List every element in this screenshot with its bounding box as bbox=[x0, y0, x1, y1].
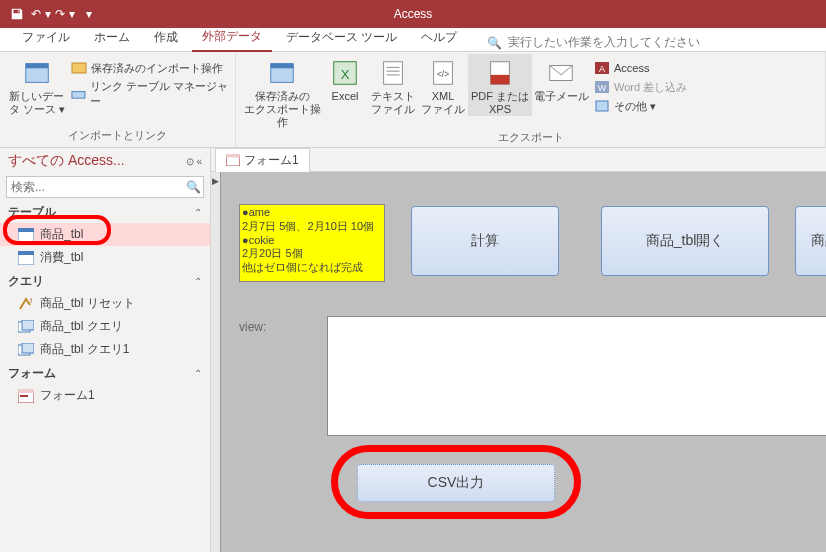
svg-rect-25 bbox=[18, 251, 34, 255]
svg-rect-28 bbox=[22, 320, 34, 330]
redo-icon[interactable]: ↷ ▾ bbox=[54, 3, 76, 25]
access-icon: A bbox=[594, 60, 610, 76]
tab-home[interactable]: ホーム bbox=[84, 25, 140, 51]
view-label: view: bbox=[239, 320, 266, 334]
export-other-button[interactable]: その他 ▾ bbox=[594, 98, 687, 114]
svg-rect-2 bbox=[72, 63, 86, 73]
nav-item-form-1[interactable]: フォーム1 bbox=[0, 384, 210, 407]
excel-icon: X bbox=[330, 58, 360, 88]
other-export-icon bbox=[594, 98, 610, 114]
nav-section-tables[interactable]: テーブル⌃ bbox=[0, 200, 210, 223]
open-table-button[interactable]: 商品_tbl開く bbox=[601, 206, 769, 276]
linked-table-manager-button[interactable]: リンク テーブル マネージャー bbox=[71, 79, 229, 109]
svg-text:X: X bbox=[341, 67, 350, 82]
saved-exports-button[interactable]: 保存済みの エクスポート操作 bbox=[242, 54, 322, 130]
nav-section-forms[interactable]: フォーム⌃ bbox=[0, 361, 210, 384]
tell-me-hint: 実行したい作業を入力してください bbox=[508, 34, 700, 51]
chevron-down-icon: ⊙ « bbox=[186, 156, 202, 167]
nav-item-query-2[interactable]: 商品_tbl クエリ bbox=[0, 315, 210, 338]
svg-rect-21 bbox=[596, 101, 608, 111]
tab-external-data[interactable]: 外部データ bbox=[192, 24, 272, 52]
nav-item-table-1[interactable]: 商品_tbl bbox=[0, 223, 210, 246]
export-access-button[interactable]: A Access bbox=[594, 60, 687, 76]
undo-icon[interactable]: ↶ ▾ bbox=[30, 3, 52, 25]
pdf-icon bbox=[485, 58, 515, 88]
svg-rect-5 bbox=[271, 64, 294, 69]
csv-export-button[interactable]: CSV出力 bbox=[357, 464, 555, 502]
ribbon-group-export: 保存済みの エクスポート操作 X Excel テキスト ファイル </> XML… bbox=[236, 52, 826, 147]
saved-imports-icon bbox=[71, 60, 87, 76]
select-query-icon bbox=[18, 343, 34, 357]
svg-rect-23 bbox=[18, 228, 34, 232]
nav-item-table-2[interactable]: 消費_tbl bbox=[0, 246, 210, 269]
doc-tab-form1[interactable]: フォーム1 bbox=[215, 148, 310, 172]
app-title: Access bbox=[394, 7, 433, 21]
export-xml-button[interactable]: </> XML ファイル bbox=[418, 54, 468, 116]
collapse-icon: ⌃ bbox=[194, 368, 202, 379]
link-icon bbox=[71, 86, 86, 102]
nav-search-input[interactable] bbox=[7, 177, 183, 197]
table-icon bbox=[18, 251, 34, 265]
svg-text:W: W bbox=[598, 83, 607, 93]
form-surface: ●ame 2月7日 5個、2月10日 10個 ●cokie 2月20日 5個 他… bbox=[221, 172, 826, 552]
collapse-icon: ⌃ bbox=[194, 207, 202, 218]
qat-customize-icon[interactable]: ▾ bbox=[78, 3, 100, 25]
document-area: フォーム1 ▶ ●ame 2月7日 5個、2月10日 10個 ●cokie 2月… bbox=[211, 148, 826, 552]
note-label: ●ame 2月7日 5個、2月10日 10個 ●cokie 2月20日 5個 他… bbox=[239, 204, 385, 282]
saved-exports-icon bbox=[267, 58, 297, 88]
nav-pane-header[interactable]: すべての Access... ⊙ « bbox=[0, 148, 210, 174]
workspace: すべての Access... ⊙ « 🔍 テーブル⌃ 商品_tbl 消費_tbl… bbox=[0, 148, 826, 552]
tab-help[interactable]: ヘルプ bbox=[411, 25, 467, 51]
email-icon bbox=[546, 58, 576, 88]
export-text-button[interactable]: テキスト ファイル bbox=[368, 54, 418, 116]
quick-access-toolbar: ↶ ▾ ↷ ▾ ▾ bbox=[0, 3, 100, 25]
svg-text:!: ! bbox=[30, 297, 32, 305]
export-word-button: W Word 差し込み bbox=[594, 79, 687, 95]
tab-file[interactable]: ファイル bbox=[12, 25, 80, 51]
navigation-pane: すべての Access... ⊙ « 🔍 テーブル⌃ 商品_tbl 消費_tbl… bbox=[0, 148, 211, 552]
record-selector[interactable]: ▶ bbox=[211, 172, 221, 552]
tab-create[interactable]: 作成 bbox=[144, 25, 188, 51]
ribbon-group-import: 新しいデー タ ソース ▾ 保存済みのインポート操作 リンク テーブル マネージ… bbox=[0, 52, 236, 147]
svg-rect-3 bbox=[72, 91, 85, 98]
search-icon: 🔍 bbox=[487, 36, 502, 50]
action-query-icon: ! bbox=[18, 297, 34, 311]
svg-text:A: A bbox=[599, 64, 605, 74]
svg-rect-8 bbox=[384, 62, 403, 85]
saved-imports-button[interactable]: 保存済みのインポート操作 bbox=[71, 60, 229, 76]
calc-button[interactable]: 計算 bbox=[411, 206, 559, 276]
view-textbox[interactable] bbox=[327, 316, 826, 436]
nav-search[interactable]: 🔍 bbox=[6, 176, 204, 198]
tab-db-tools[interactable]: データベース ツール bbox=[276, 25, 407, 51]
svg-rect-30 bbox=[22, 343, 34, 353]
nav-item-query-1[interactable]: ! 商品_tbl リセット bbox=[0, 292, 210, 315]
svg-rect-35 bbox=[226, 154, 240, 157]
export-pdf-button[interactable]: PDF または XPS bbox=[468, 54, 532, 116]
tell-me-search[interactable]: 🔍 実行したい作業を入力してください bbox=[487, 34, 700, 51]
text-file-icon bbox=[378, 58, 408, 88]
ribbon-tabs: ファイル ホーム 作成 外部データ データベース ツール ヘルプ 🔍 実行したい… bbox=[0, 28, 826, 52]
new-data-source-button[interactable]: 新しいデー タ ソース ▾ bbox=[6, 54, 67, 116]
product-button[interactable]: 商品 bbox=[795, 206, 826, 276]
document-tabs: フォーム1 bbox=[211, 148, 826, 172]
search-icon[interactable]: 🔍 bbox=[183, 180, 203, 194]
form-icon bbox=[226, 154, 240, 166]
xml-file-icon: </> bbox=[428, 58, 458, 88]
word-icon: W bbox=[594, 79, 610, 95]
table-icon bbox=[18, 228, 34, 242]
svg-rect-1 bbox=[25, 64, 48, 69]
database-icon bbox=[22, 58, 52, 88]
save-icon[interactable] bbox=[6, 3, 28, 25]
svg-rect-33 bbox=[20, 395, 28, 397]
svg-text:</>: </> bbox=[437, 69, 449, 79]
collapse-icon: ⌃ bbox=[194, 276, 202, 287]
title-bar: ↶ ▾ ↷ ▾ ▾ Access bbox=[0, 0, 826, 28]
export-excel-button[interactable]: X Excel bbox=[322, 54, 368, 103]
svg-rect-32 bbox=[18, 389, 34, 393]
nav-section-queries[interactable]: クエリ⌃ bbox=[0, 269, 210, 292]
export-email-button[interactable]: 電子メール bbox=[532, 54, 590, 103]
nav-item-query-3[interactable]: 商品_tbl クエリ1 bbox=[0, 338, 210, 361]
form-icon bbox=[18, 389, 34, 403]
ribbon: 新しいデー タ ソース ▾ 保存済みのインポート操作 リンク テーブル マネージ… bbox=[0, 52, 826, 148]
ribbon-group-label: エクスポート bbox=[242, 130, 819, 147]
